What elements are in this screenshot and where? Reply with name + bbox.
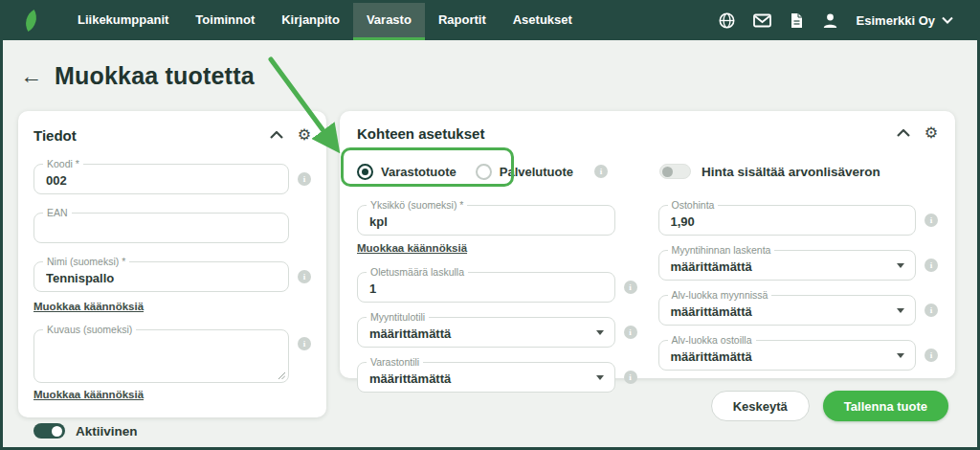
globe-icon[interactable]	[719, 12, 735, 29]
nimi-field[interactable]: Nimi (suomeksi) *	[33, 261, 289, 292]
varastontili-label: Varastontili	[367, 356, 423, 368]
kohteen-asetukset-card: Kohteen asetukset ⚙ Varastotuote Palvelu…	[340, 111, 955, 378]
koodi-field[interactable]: Koodi *	[33, 164, 289, 194]
dropdown-caret-icon	[897, 263, 904, 268]
yksikko-field-row: Yksikkö (suomeksi) *	[357, 205, 637, 236]
collapse-chevron-up-icon[interactable]	[897, 129, 910, 137]
back-button[interactable]: ←	[20, 65, 42, 87]
varastontili-field-row: Varastontili määrittämättä	[357, 362, 637, 393]
info-icon[interactable]	[298, 172, 311, 186]
nav-item-kirjanpito[interactable]: Kirjanpito	[268, 0, 353, 40]
nimi-field-label: Nimi (suomeksi) *	[43, 256, 129, 267]
ostohinta-field[interactable]: Ostohinta	[658, 205, 917, 236]
navbar-right-tools: Esimerkki Oy	[719, 12, 953, 29]
cancel-button[interactable]: Keskeytä	[711, 391, 810, 421]
active-toggle[interactable]	[33, 423, 65, 439]
nav-item-varasto[interactable]: Varasto	[353, 0, 425, 40]
nav-item-liikekumppanit[interactable]: Liikekumppanit	[64, 0, 182, 40]
vat-toggle[interactable]	[659, 164, 691, 179]
page-header: ← Muokkaa tuotetta	[20, 62, 255, 90]
main-navigation: Liikekumppanit Toiminnot Kirjanpito Vara…	[64, 0, 586, 40]
dropdown-caret-icon	[596, 330, 604, 335]
nav-item-asetukset[interactable]: Asetukset	[500, 0, 586, 40]
myyntihinnan-laskenta-dropdown[interactable]: Myyntihinnan laskenta määrittämättä	[658, 250, 917, 281]
ean-field-row: EAN	[33, 213, 311, 243]
company-name: Esimerkki Oy	[857, 13, 935, 28]
alv-luokka-myynnissa-dropdown[interactable]: Alv-luokka myynnissä määrittämättä	[658, 295, 917, 326]
alv-luokka-ostoilla-field-row: Alv-luokka ostoilla määrittämättä	[658, 340, 939, 371]
koodi-field-row: Koodi *	[33, 164, 311, 194]
edit-translations-link[interactable]: Muokkaa käännöksiä	[33, 301, 144, 312]
ean-field-label: EAN	[43, 207, 72, 218]
info-icon[interactable]	[624, 371, 637, 384]
radio-palvelutuote[interactable]	[476, 164, 492, 180]
chevron-down-icon	[942, 16, 953, 24]
info-icon[interactable]	[924, 349, 938, 362]
nav-item-raportit[interactable]: Raportit	[425, 0, 500, 40]
active-toggle-label: Aktiivinen	[76, 424, 138, 439]
save-product-button[interactable]: Tallenna tuote	[823, 391, 948, 421]
vat-toggle-row: Hinta sisältää arvonlisäveron	[659, 157, 880, 186]
koodi-field-label: Koodi *	[43, 158, 83, 169]
ean-field[interactable]: EAN	[33, 213, 289, 243]
kuvaus-field-row: Kuvaus (suomeksi)	[33, 329, 311, 383]
yksikko-field[interactable]: Yksikkö (suomeksi) *	[357, 205, 615, 236]
info-icon[interactable]	[594, 165, 608, 178]
edit-translations-link[interactable]: Muokkaa käännöksiä	[33, 389, 144, 400]
info-icon[interactable]	[624, 281, 637, 294]
radio-varastotuote[interactable]	[357, 164, 373, 180]
top-navbar: Liikekumppanit Toiminnot Kirjanpito Vara…	[0, 0, 980, 40]
info-icon[interactable]	[624, 326, 637, 339]
alv-luokka-myynnissa-field-row: Alv-luokka myynnissä määrittämättä	[658, 295, 939, 326]
nimi-field-row: Nimi (suomeksi) *	[33, 261, 311, 292]
ostohinta-field-row: Ostohinta	[658, 205, 939, 236]
info-icon[interactable]	[924, 259, 938, 272]
kohteen-card-title: Kohteen asetukset	[357, 125, 484, 142]
kuvaus-textarea[interactable]	[34, 330, 288, 382]
ostohinta-field-label: Ostohinta	[668, 199, 719, 211]
alv-luokka-ostoilla-dropdown[interactable]: Alv-luokka ostoilla määrittämättä	[658, 340, 917, 371]
vat-toggle-label: Hinta sisältää arvonlisäveron	[702, 165, 880, 179]
gear-icon[interactable]: ⚙	[924, 125, 938, 141]
myyntitulotili-dropdown[interactable]: Myyntitulotili määrittämättä	[357, 317, 615, 348]
nav-item-toiminnot[interactable]: Toiminnot	[182, 0, 268, 40]
user-icon[interactable]	[822, 12, 838, 29]
myyntihinnan-laskenta-field-row: Myyntihinnan laskenta määrittämättä	[658, 250, 939, 281]
oletusmaara-field-label: Oletusmäärä laskulla	[367, 266, 468, 278]
kohteen-card-header: Kohteen asetukset ⚙	[357, 123, 938, 144]
mail-icon[interactable]	[753, 13, 771, 28]
tiedot-card-header: Tiedot ⚙	[33, 124, 311, 146]
ean-input[interactable]	[34, 214, 288, 242]
varastontili-dropdown[interactable]: Varastontili määrittämättä	[357, 362, 615, 393]
app-logo-leaf-icon[interactable]	[20, 9, 42, 31]
collapse-chevron-up-icon[interactable]	[270, 131, 283, 139]
radio-varastotuote-label[interactable]: Varastotuote	[381, 165, 457, 179]
info-icon[interactable]	[298, 337, 311, 350]
kuvaus-field[interactable]: Kuvaus (suomeksi)	[33, 329, 289, 383]
alv-luokka-myynnissa-label: Alv-luokka myynnissä	[668, 289, 772, 301]
oletusmaara-field[interactable]: Oletusmäärä laskulla	[357, 272, 615, 303]
tiedot-card-title: Tiedot	[33, 127, 77, 144]
kohteen-left-column: Yksikkö (suomeksi) * Muokkaa käännöksiä …	[357, 197, 637, 393]
radio-palvelutuote-label[interactable]: Palvelutuote	[500, 165, 573, 179]
active-toggle-row: Aktiivinen	[33, 423, 311, 439]
app-window: Liikekumppanit Toiminnot Kirjanpito Vara…	[0, 0, 980, 450]
edit-translations-link[interactable]: Muokkaa käännöksiä	[357, 242, 467, 254]
oletusmaara-field-row: Oletusmäärä laskulla	[357, 272, 637, 303]
myyntihinnan-laskenta-label: Myyntihinnan laskenta	[668, 244, 775, 256]
document-icon[interactable]	[790, 12, 804, 29]
kuvaus-field-label: Kuvaus (suomeksi)	[43, 324, 136, 335]
kohteen-right-column: Ostohinta Myyntihinnan laskenta määrittä…	[658, 197, 939, 393]
dropdown-caret-icon	[596, 375, 604, 380]
resize-handle-icon[interactable]	[278, 371, 285, 379]
company-selector[interactable]: Esimerkki Oy	[857, 13, 953, 28]
info-icon[interactable]	[298, 270, 311, 283]
info-icon[interactable]	[924, 304, 938, 317]
yksikko-field-label: Yksikkö (suomeksi) *	[367, 199, 467, 211]
alv-luokka-ostoilla-label: Alv-luokka ostoilla	[668, 334, 756, 346]
info-icon[interactable]	[924, 214, 938, 227]
dropdown-caret-icon	[897, 308, 904, 313]
myyntitulotili-field-row: Myyntitulotili määrittämättä	[357, 317, 637, 348]
page-title: Muokkaa tuotetta	[55, 62, 255, 90]
gear-icon[interactable]: ⚙	[298, 127, 311, 143]
